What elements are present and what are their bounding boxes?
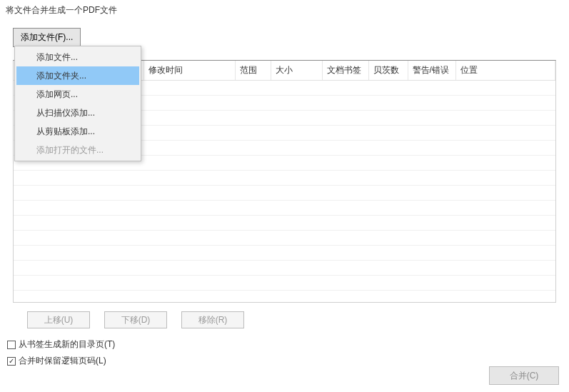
checkbox-icon[interactable] bbox=[7, 357, 16, 366]
table-row bbox=[14, 246, 555, 261]
dropdown-item[interactable]: 从剪贴板添加... bbox=[16, 122, 139, 141]
option-label: 合并时保留逻辑页码(L) bbox=[19, 355, 106, 367]
remove-button[interactable]: 移除(R) bbox=[181, 311, 244, 328]
add-file-button[interactable]: 添加文件(F)... bbox=[13, 28, 81, 47]
move-down-button[interactable]: 下移(D) bbox=[104, 311, 167, 328]
merge-row: 合并(C) bbox=[489, 366, 559, 385]
table-row bbox=[14, 186, 555, 201]
table-row bbox=[14, 201, 555, 216]
table-row bbox=[14, 231, 555, 246]
table-row bbox=[14, 216, 555, 231]
table-row bbox=[14, 171, 555, 186]
dropdown-item[interactable]: 添加网页... bbox=[16, 85, 139, 104]
column-header[interactable]: 贝茨数 bbox=[368, 61, 408, 81]
dropdown-item[interactable]: 添加文件... bbox=[16, 48, 139, 66]
page-title: 将文件合并生成一个PDF文件 bbox=[0, 0, 569, 21]
toolbar: 添加文件(F)... bbox=[0, 21, 569, 47]
add-file-dropdown: 添加文件...添加文件夹...添加网页...从扫描仪添加...从剪贴板添加...… bbox=[14, 46, 141, 161]
column-header[interactable]: 文档书签 bbox=[322, 61, 368, 81]
dropdown-item[interactable]: 从扫描仪添加... bbox=[16, 104, 139, 122]
merge-button[interactable]: 合并(C) bbox=[489, 366, 559, 385]
options-block: 从书签生成新的目录页(T) 合并时保留逻辑页码(L) bbox=[7, 338, 569, 367]
column-header[interactable]: 修改时间 bbox=[143, 61, 235, 81]
action-row: 上移(U) 下移(D) 移除(R) bbox=[27, 311, 569, 328]
move-up-button[interactable]: 上移(U) bbox=[27, 311, 90, 328]
column-header[interactable]: 位置 bbox=[455, 61, 555, 81]
option-bookmarks-toc[interactable]: 从书签生成新的目录页(T) bbox=[7, 338, 569, 351]
option-keep-logical-page[interactable]: 合并时保留逻辑页码(L) bbox=[7, 355, 569, 367]
dropdown-item: 添加打开的文件... bbox=[16, 141, 139, 159]
table-row bbox=[14, 261, 555, 276]
column-header[interactable]: 警告/错误 bbox=[408, 61, 455, 81]
table-row bbox=[14, 276, 555, 291]
checkbox-icon[interactable] bbox=[7, 341, 16, 349]
column-header[interactable]: 大小 bbox=[271, 61, 322, 81]
column-header[interactable]: 范围 bbox=[235, 61, 271, 81]
option-label: 从书签生成新的目录页(T) bbox=[19, 338, 115, 351]
dropdown-item[interactable]: 添加文件夹... bbox=[16, 66, 139, 85]
